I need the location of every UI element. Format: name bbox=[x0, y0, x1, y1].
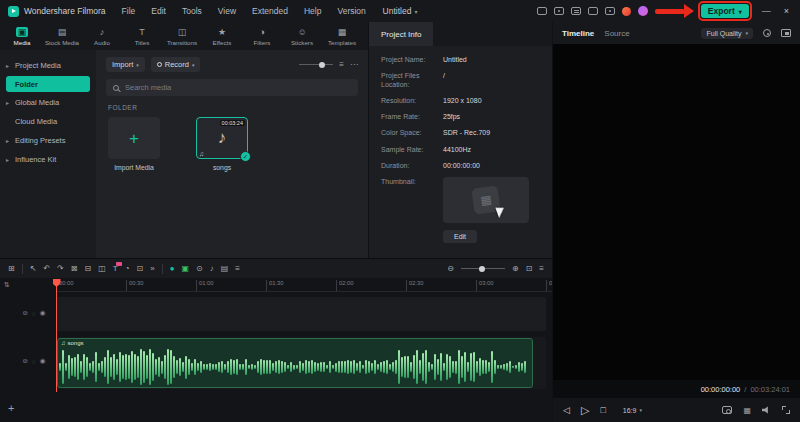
close-button[interactable]: × bbox=[781, 6, 792, 16]
project-title: Untitled ▾ bbox=[383, 6, 418, 16]
time-separator: / bbox=[744, 385, 746, 394]
split-icon[interactable]: ⊟ bbox=[85, 265, 92, 273]
user-avatar[interactable] bbox=[638, 6, 648, 16]
snapshot-icon[interactable] bbox=[722, 406, 732, 414]
playhead[interactable] bbox=[56, 279, 57, 392]
stop-button[interactable]: □ bbox=[600, 405, 605, 415]
import-media-tile-box[interactable]: + bbox=[108, 117, 160, 159]
project-thumbnail[interactable]: ▦ bbox=[443, 177, 529, 223]
panel-layout-icon[interactable]: ⊞ bbox=[8, 265, 15, 273]
menu-edit[interactable]: Edit bbox=[143, 6, 174, 16]
minimize-button[interactable]: — bbox=[759, 6, 774, 16]
mic-icon[interactable]: ⊙ bbox=[196, 265, 203, 273]
info-label: Duration: bbox=[381, 161, 443, 170]
import-media-tile[interactable]: + Import Media bbox=[108, 117, 160, 171]
menu-file[interactable]: File bbox=[114, 6, 144, 16]
lock-icon[interactable]: ⊘ bbox=[23, 357, 28, 365]
track-reorder-icon[interactable]: ⇅ bbox=[4, 281, 10, 289]
add-track-button[interactable]: + bbox=[8, 402, 14, 414]
export-button[interactable]: Export ▾ bbox=[701, 4, 749, 18]
import-button[interactable]: Import ▾ bbox=[106, 57, 145, 72]
render-grid-icon[interactable]: ▦ bbox=[743, 406, 751, 415]
tab-transitions[interactable]: ◫ Transitions bbox=[162, 27, 202, 46]
search-box[interactable] bbox=[106, 79, 358, 96]
filter-icon[interactable]: ≡ bbox=[339, 60, 344, 69]
audio-track-lane[interactable]: ♫ songs bbox=[56, 337, 546, 389]
zoom-fit-icon[interactable]: ⊡ bbox=[526, 265, 533, 273]
search-input[interactable] bbox=[125, 83, 351, 92]
menu-tools[interactable]: Tools bbox=[174, 6, 210, 16]
screen-record-icon[interactable] bbox=[588, 7, 598, 15]
menu-help[interactable]: Help bbox=[296, 6, 329, 16]
previous-frame-button[interactable]: ◁ bbox=[563, 405, 570, 415]
visibility-icon[interactable]: ◉ bbox=[40, 357, 46, 365]
tab-audio[interactable]: ♪ Audio bbox=[82, 27, 122, 46]
zoom-in-icon[interactable]: ⊕ bbox=[512, 265, 519, 273]
notification-icon[interactable] bbox=[605, 7, 615, 15]
songs-media-tile[interactable]: ♪ 00:03:24 ♫ ✓ songs bbox=[196, 117, 248, 171]
play-button[interactable]: ▷ bbox=[581, 404, 589, 417]
visibility-icon[interactable]: ◉ bbox=[40, 309, 46, 317]
audio-tool-icon[interactable]: ♪ bbox=[210, 265, 214, 273]
edit-button[interactable]: Edit bbox=[443, 230, 477, 243]
redo-icon[interactable]: ↷ bbox=[57, 265, 64, 273]
import-caret-icon: ▾ bbox=[136, 62, 139, 68]
track-manage-icon[interactable]: ≡ bbox=[539, 265, 544, 273]
keyboard-icon[interactable]: ▤ bbox=[221, 265, 229, 273]
filters-tab-label: Filters bbox=[254, 39, 271, 46]
sidebar-item-cloud-media[interactable]: Cloud Media bbox=[0, 112, 96, 131]
mute-icon[interactable]: ◌ bbox=[32, 358, 36, 365]
timeline-ruler[interactable]: 00:00 00:30 01:00 01:30 02:00 02:30 03:0… bbox=[56, 279, 552, 292]
sidebar-item-influence-kit[interactable]: Influence Kit bbox=[0, 150, 96, 169]
audio-clip[interactable]: ♫ songs bbox=[57, 338, 533, 388]
record-button[interactable]: Record ▾ bbox=[151, 57, 201, 72]
stock-media-tab-label: Stock Media bbox=[45, 39, 79, 46]
quality-dropdown[interactable]: Full Quality ▾ bbox=[701, 28, 753, 39]
tab-effects[interactable]: ★ Effects bbox=[202, 27, 242, 46]
thumbnail-size-slider[interactable] bbox=[299, 64, 333, 65]
tab-stock-media[interactable]: ▤ Stock Media bbox=[42, 27, 82, 46]
sidebar-item-global-media[interactable]: Global Media bbox=[0, 93, 96, 112]
tab-source-preview[interactable]: Source bbox=[604, 29, 629, 38]
marker-icon[interactable]: ⊡ bbox=[137, 265, 144, 273]
tab-titles[interactable]: T Titles bbox=[122, 27, 162, 46]
text-tool-icon[interactable]: T bbox=[113, 265, 118, 273]
tab-timeline-preview[interactable]: Timeline bbox=[562, 29, 594, 38]
sidebar-item-project-media[interactable]: Project Media bbox=[0, 56, 96, 75]
workspace-layout-icon[interactable] bbox=[537, 7, 547, 15]
mute-icon[interactable]: ◌ bbox=[32, 310, 36, 317]
speed-icon[interactable]: ◔ bbox=[125, 265, 130, 273]
fullscreen-icon[interactable] bbox=[782, 406, 790, 414]
songs-tile-box[interactable]: ♪ 00:03:24 ♫ ✓ bbox=[196, 117, 248, 159]
undo-icon[interactable]: ↶ bbox=[43, 265, 50, 273]
tab-stickers[interactable]: ☺ Stickers bbox=[282, 27, 322, 46]
zoom-out-icon[interactable]: ⊖ bbox=[447, 265, 454, 273]
update-dot-icon[interactable] bbox=[622, 7, 631, 16]
keyboard-shortcut-icon[interactable] bbox=[571, 7, 581, 15]
project-title-caret-icon[interactable]: ▾ bbox=[414, 8, 417, 15]
video-track-lane[interactable] bbox=[56, 297, 546, 331]
menu-extended[interactable]: Extended bbox=[244, 6, 296, 16]
more-tools-icon[interactable]: » bbox=[150, 265, 154, 273]
detach-window-icon[interactable] bbox=[781, 29, 791, 37]
audio-mixer-icon[interactable]: ≡ bbox=[235, 265, 240, 273]
speaker-icon[interactable] bbox=[762, 406, 771, 414]
display-settings-icon[interactable] bbox=[763, 29, 771, 37]
sidebar-item-editing-presets[interactable]: Editing Presets bbox=[0, 131, 96, 150]
device-icon[interactable] bbox=[554, 7, 564, 15]
lock-icon[interactable]: ⊘ bbox=[23, 309, 28, 317]
menu-version[interactable]: Version bbox=[329, 6, 373, 16]
voiceover-record-icon[interactable]: ● bbox=[170, 265, 175, 273]
crop-icon[interactable]: ◫ bbox=[98, 265, 106, 273]
screen-record-tool-icon[interactable]: ▣ bbox=[182, 265, 190, 273]
timeline-zoom-slider[interactable] bbox=[461, 268, 505, 269]
pointer-tool-icon[interactable]: ↖ bbox=[30, 265, 37, 273]
aspect-ratio-dropdown[interactable]: 16:9 ▾ bbox=[623, 407, 642, 414]
tab-templates[interactable]: ▦ Templates bbox=[322, 27, 362, 46]
menu-view[interactable]: View bbox=[210, 6, 244, 16]
tab-filters[interactable]: ◑ Filters bbox=[242, 27, 282, 46]
sidebar-item-folder[interactable]: Folder bbox=[6, 76, 90, 92]
tab-media[interactable]: ▣ Media bbox=[2, 27, 42, 46]
delete-icon[interactable]: ⊠ bbox=[71, 265, 78, 273]
more-options-icon[interactable]: ⋯ bbox=[350, 60, 358, 69]
